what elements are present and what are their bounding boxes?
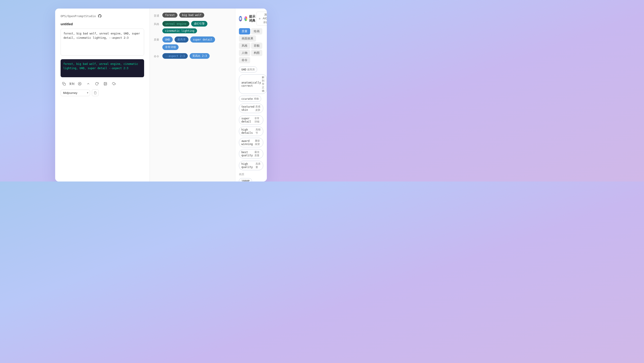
main-container: OPS/OpenPromptStudio untitled forest, bi… xyxy=(0,0,322,182)
github-icon xyxy=(98,14,102,18)
model-select-row: Midjourney Stable Diffusion DALL-E xyxy=(60,90,144,96)
tab-command[interactable]: 命令 xyxy=(239,57,250,63)
title-text: OPS/OpenPromptStudio xyxy=(60,14,96,18)
model-select-wrapper[interactable]: Midjourney Stable Diffusion DALL-E xyxy=(60,90,90,96)
dict-title-row: 提示词典 xyxy=(239,15,256,23)
copy-label: 复制 xyxy=(69,82,74,86)
dict-tag-row-resolution: 1080P retina 视网膜屏 HD 16k 8k 4K xyxy=(239,178,263,182)
tag-forest[interactable]: forest xyxy=(162,12,178,18)
section-label-mingling: 命令 xyxy=(154,53,160,58)
svg-point-5 xyxy=(105,83,105,84)
category-tabs: 质量 绘画 画面效果 风格 容貌 人物 构图 命令 xyxy=(239,28,263,63)
tab-character[interactable]: 人物 xyxy=(239,50,250,56)
dict-title: 提示词典 xyxy=(249,15,256,23)
tab-quality[interactable]: 质量 xyxy=(239,28,250,34)
tag-chaogaoqing[interactable]: 超高清 xyxy=(174,36,188,42)
left-pane: OPS/OpenPromptStudio untitled forest, bi… xyxy=(55,8,150,182)
output-text: forest, big bad wolf, unreal engine, cin… xyxy=(63,62,138,70)
delete-button[interactable] xyxy=(92,90,99,96)
section-label-putong: 普通 xyxy=(154,12,160,18)
tab-style[interactable]: 风格 xyxy=(239,42,250,49)
dict-tag-row-3: high quality 高质量 xyxy=(239,161,263,170)
tab-composition[interactable]: 构图 xyxy=(251,50,262,56)
dict-tag-best-quality[interactable]: best quality 最佳质量 xyxy=(239,149,263,158)
up-button[interactable] xyxy=(85,80,92,87)
tags-group-fengge: unreal engine 虚幻引擎 cinematic lighting xyxy=(162,21,231,33)
tag-section-putong: 普通 forest big bad wolf xyxy=(154,12,231,18)
svg-rect-0 xyxy=(64,83,66,85)
tag-superdetail[interactable]: super detail xyxy=(190,36,215,42)
window-panel: OPS/OpenPromptStudio untitled forest, bi… xyxy=(55,8,267,182)
middle-pane: 普通 forest big bad wolf 风格 unreal engine … xyxy=(150,8,235,182)
palette-icon xyxy=(244,16,247,21)
dict-tag-award-winning[interactable]: award winning 屡获殊荣 xyxy=(239,138,263,147)
prompt-output: forest, big bad wolf, unreal engine, cin… xyxy=(60,59,144,77)
image-button[interactable] xyxy=(102,80,109,87)
section-label-fengge: 风格 xyxy=(154,21,160,26)
dict-tag-high-details[interactable]: high details 高细节 xyxy=(239,126,263,136)
dict-section-huazhi: 画质 xyxy=(239,172,263,176)
tag-bigbadwolf[interactable]: big bad wolf xyxy=(179,12,204,18)
dict-tag-textured-skin[interactable]: textured skin 质感皮肤 xyxy=(239,104,263,113)
clear-button[interactable] xyxy=(76,80,83,87)
section-label-zhiliang: 质量 xyxy=(154,36,160,42)
tags-group-zhiliang: UHD 超高清 super detail 非常详细 xyxy=(162,36,231,50)
tab-painting[interactable]: 绘画 xyxy=(251,28,262,34)
tags-group-mingling: --aspect 2:3 宽高比 2:3 xyxy=(162,53,210,59)
tab-effect[interactable]: 画面效果 xyxy=(239,35,256,42)
model-select[interactable]: Midjourney Stable Diffusion DALL-E xyxy=(60,90,90,96)
dict-tag-high-quality[interactable]: high quality 高质量 xyxy=(239,161,263,170)
copy-button[interactable] xyxy=(60,80,67,87)
tab-appearance[interactable]: 容貌 xyxy=(251,42,262,49)
dict-tag-uhd[interactable]: UHD 超高清 xyxy=(239,66,257,72)
dict-tag-anatomically[interactable]: anatomically correct 解剖学正确 xyxy=(239,74,267,94)
tag-section-fengge: 风格 unreal engine 虚幻引擎 cinematic lighting xyxy=(154,21,231,33)
tag-uhd[interactable]: UHD xyxy=(162,36,173,42)
dict-source-label: 演示-AIGC提示词库 xyxy=(262,13,267,24)
dict-tag-super-detail[interactable]: super detail 非常详细 xyxy=(239,115,263,125)
dict-tag-row-1: UHD 超高清 anatomically correct 解剖学正确 ccura… xyxy=(239,66,263,113)
dict-tag-1080p[interactable]: 1080P xyxy=(239,178,252,182)
prompt-label: untitled xyxy=(60,22,144,26)
dict-tag-ccurate[interactable]: ccurate 准确 xyxy=(239,96,261,102)
window-title: OPS/OpenPromptStudio xyxy=(60,14,144,18)
dict-source-button[interactable]: 演示-AIGC提示词库 xyxy=(256,12,267,26)
dict-tag-row-2: super detail 非常详细 high details 高细节 award… xyxy=(239,115,263,158)
tag-aspect[interactable]: --aspect 2:3 xyxy=(162,53,188,59)
tag-section-zhiliang: 质量 UHD 超高清 super detail 非常详细 xyxy=(154,36,231,50)
tag-kuanggaobi[interactable]: 宽高比 2:3 xyxy=(190,53,210,59)
tag-section-mingling: 命令 --aspect 2:3 宽高比 2:3 xyxy=(154,53,231,59)
prompt-input[interactable]: forest, big bad wolf, unreal engine, UHD… xyxy=(60,28,144,56)
tag-unreal[interactable]: unreal engine xyxy=(162,21,189,26)
dict-icon xyxy=(239,16,242,22)
tag-feichangxiangxi[interactable]: 非常详细 xyxy=(162,44,178,50)
tags-group-putong: forest big bad wolf xyxy=(162,12,204,18)
right-pane: 提示词典 演示-AIGC提示词库 ✕ 质量 绘画 画面效果 风格 xyxy=(235,8,267,182)
svg-rect-7 xyxy=(259,18,260,19)
tag-xuanhuanyinqing[interactable]: 虚幻引擎 xyxy=(191,21,208,26)
refresh-button[interactable] xyxy=(94,80,100,87)
toolbar-row: 复制 xyxy=(60,80,144,87)
tag-cinematic[interactable]: cinematic lighting xyxy=(162,28,197,33)
export-button[interactable] xyxy=(110,80,117,87)
dict-header: 提示词典 演示-AIGC提示词库 ✕ xyxy=(239,12,263,26)
